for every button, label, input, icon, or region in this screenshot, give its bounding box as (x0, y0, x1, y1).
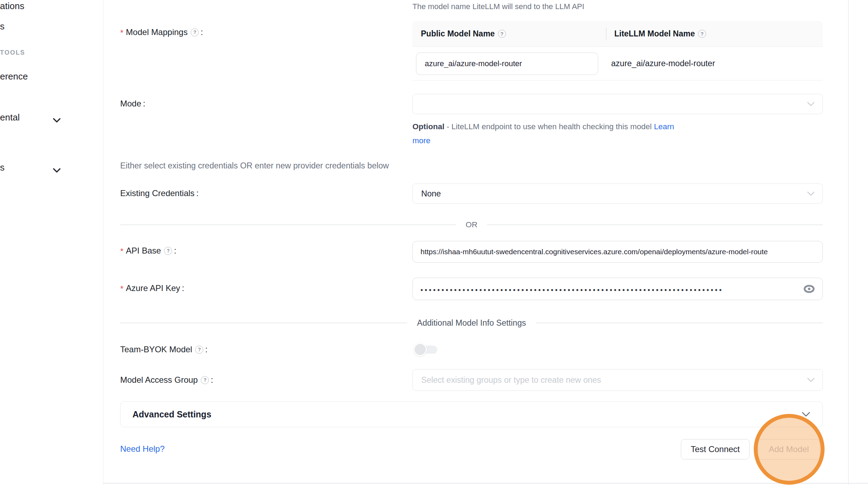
existing-credentials-label: Existing Credentials: (120, 188, 199, 198)
additional-info-divider: Additional Model Info Settings (120, 316, 823, 330)
mode-help-text: Optional - LiteLLM endpoint to use when … (412, 120, 693, 148)
mode-select[interactable] (412, 94, 823, 114)
api-base-input[interactable] (412, 241, 823, 263)
sidebar-item-label: erence (0, 71, 28, 82)
sidebar-item-4[interactable]: ental (0, 112, 20, 123)
help-circle-icon[interactable]: ? (195, 346, 203, 354)
chevron-down-icon (807, 99, 815, 109)
chevron-down-icon (807, 189, 815, 199)
public-model-name-header: Public Model Name ? (412, 21, 606, 47)
model-mappings-label: * Model Mappings ? : (120, 27, 203, 37)
required-asterisk: * (120, 247, 123, 256)
sidebar-section-tools: TOOLS (0, 49, 25, 56)
model-mappings-table-header: Public Model Name ? LiteLLM Model Name ? (412, 21, 823, 47)
toggle-knob (414, 343, 427, 356)
sidebar-item-3[interactable]: erence (0, 71, 28, 82)
test-connect-button[interactable]: Test Connect (681, 439, 750, 459)
team-byok-toggle[interactable] (414, 343, 438, 356)
sidebar-item-label: ations (0, 1, 24, 11)
credentials-note: Either select existing credentials OR en… (120, 161, 389, 171)
public-model-name-input[interactable] (416, 53, 598, 75)
team-byok-label: Team-BYOK Model ? : (120, 345, 207, 354)
existing-credentials-value: None (421, 189, 441, 199)
required-asterisk: * (120, 28, 123, 38)
help-circle-icon[interactable]: ? (498, 30, 506, 38)
sidebar-item-0[interactable]: ations (0, 1, 24, 12)
chevron-down-icon (807, 375, 815, 385)
model-mappings-row: azure_ai/azure-model-router (412, 47, 823, 81)
eye-icon[interactable] (803, 284, 815, 293)
model-access-group-select[interactable]: Select existing groups or type to create… (412, 369, 823, 391)
column-divider (606, 28, 607, 40)
masked-password-dots: ••••••••••••••••••••••••••••••••••••••••… (421, 286, 792, 294)
need-help-link[interactable]: Need Help? (120, 444, 165, 454)
model-access-group-placeholder: Select existing groups or type to create… (421, 375, 601, 385)
litellm-model-name-value: azure_ai/azure-model-router (611, 59, 715, 68)
model-mappings-table: Public Model Name ? LiteLLM Model Name ?… (412, 21, 823, 81)
sidebar-item-label: s (0, 21, 5, 32)
mode-label: Mode: (120, 99, 145, 109)
help-circle-icon[interactable]: ? (698, 30, 706, 38)
chevron-down-icon (53, 115, 61, 126)
azure-api-key-input[interactable]: ••••••••••••••••••••••••••••••••••••••••… (412, 278, 823, 300)
help-circle-icon[interactable]: ? (164, 247, 172, 255)
advanced-settings-label: Advanced Settings (132, 409, 211, 420)
api-base-label: * API Base ? : (120, 246, 176, 256)
help-circle-icon[interactable]: ? (191, 28, 199, 36)
sidebar: ations s TOOLS erence ental s (0, 0, 103, 485)
panel-bottom-border (103, 483, 868, 484)
sidebar-item-5[interactable]: s (0, 162, 5, 173)
model-access-group-label: Model Access Group ? : (120, 375, 213, 385)
panel-right-border (848, 0, 849, 485)
add-model-page: ations s TOOLS erence ental s The model … (0, 0, 868, 485)
help-circle-icon[interactable]: ? (201, 376, 209, 384)
sidebar-item-label: s (0, 162, 5, 173)
sidebar-item-label: ental (0, 112, 20, 123)
or-divider: OR (120, 218, 823, 232)
advanced-settings-panel[interactable]: Advanced Settings (120, 401, 823, 427)
litellm-model-name-header: LiteLLM Model Name ? (606, 21, 823, 47)
existing-credentials-select[interactable]: None (412, 183, 823, 204)
required-asterisk: * (120, 284, 123, 294)
azure-api-key-label: * Azure API Key : (120, 283, 184, 293)
add-model-button[interactable]: Add Model (758, 439, 820, 459)
chevron-down-icon (801, 411, 811, 417)
chevron-down-icon (53, 165, 61, 176)
sidebar-item-1[interactable]: s (0, 21, 5, 32)
litellm-model-name-hint: The model name LiteLLM will send to the … (412, 2, 584, 11)
